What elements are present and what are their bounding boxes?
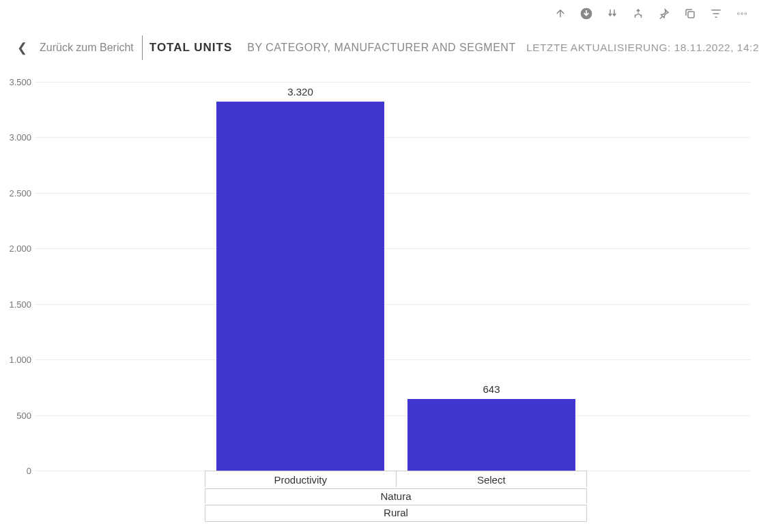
x-axis-level-segment: Rural xyxy=(205,505,587,522)
pin-icon[interactable] xyxy=(657,7,671,20)
gridline xyxy=(34,359,751,360)
back-icon[interactable]: ❮ xyxy=(17,40,27,55)
bar-value-label: 643 xyxy=(483,383,500,399)
svg-point-2 xyxy=(737,13,739,15)
y-tick-label: 2.000 xyxy=(1,243,31,254)
x-manufacturer-label: Natura xyxy=(205,489,587,503)
chart: 05001.0001.5002.0002.5003.0003.5003.3206… xyxy=(0,68,759,532)
gridline xyxy=(34,193,751,194)
y-tick-label: 3.000 xyxy=(1,132,31,143)
more-icon[interactable] xyxy=(735,7,749,20)
plot-area: 05001.0001.5002.0002.5003.0003.5003.3206… xyxy=(34,82,751,471)
visual-toolbar xyxy=(554,7,749,20)
y-tick-label: 0 xyxy=(1,466,31,476)
svg-rect-1 xyxy=(688,12,694,18)
svg-point-4 xyxy=(745,13,747,15)
x-axis-level-manufacturer: Natura xyxy=(205,488,587,503)
back-label[interactable]: Zurück zum Bericht xyxy=(40,42,134,54)
last-update: LETZTE AKTUALISIERUNG: 18.11.2022, 14:2 xyxy=(526,42,759,54)
title-sub: BY CATEGORY, MANUFACTURER AND SEGMENT xyxy=(247,42,515,54)
x-axis-level-category: ProductivitySelect xyxy=(205,471,587,487)
x-segment-label: Rural xyxy=(205,505,587,521)
y-tick-label: 1.500 xyxy=(1,299,31,309)
drill-down-all-icon[interactable] xyxy=(605,7,619,20)
filter-icon[interactable] xyxy=(709,7,723,20)
y-tick-label: 2.500 xyxy=(1,188,31,198)
bar[interactable] xyxy=(216,102,384,471)
update-prefix: LETZTE AKTUALISIERUNG: xyxy=(526,42,671,53)
gridline xyxy=(34,304,751,305)
header-divider xyxy=(142,35,143,60)
gridline xyxy=(34,137,751,138)
gridline xyxy=(34,415,751,416)
drill-up-icon[interactable] xyxy=(554,7,567,20)
y-tick-label: 3.500 xyxy=(1,77,31,87)
expand-level-icon[interactable] xyxy=(631,7,645,20)
y-tick-label: 1.000 xyxy=(1,355,31,365)
y-tick-label: 500 xyxy=(1,410,31,420)
gridline xyxy=(34,248,751,249)
copy-icon[interactable] xyxy=(683,7,697,20)
update-time: 18.11.2022, 14:2 xyxy=(674,42,759,53)
x-category-label: Productivity xyxy=(205,471,397,487)
drill-down-on-icon[interactable] xyxy=(579,7,593,20)
bar[interactable] xyxy=(407,399,575,471)
x-category-label: Select xyxy=(397,471,588,487)
title-main: TOTAL UNITS xyxy=(149,41,233,55)
svg-point-3 xyxy=(741,13,743,15)
gridline xyxy=(34,82,751,83)
bar-value-label: 3.320 xyxy=(287,86,313,102)
header: ❮ Zurück zum Bericht TOTAL UNITS BY CATE… xyxy=(0,34,759,61)
